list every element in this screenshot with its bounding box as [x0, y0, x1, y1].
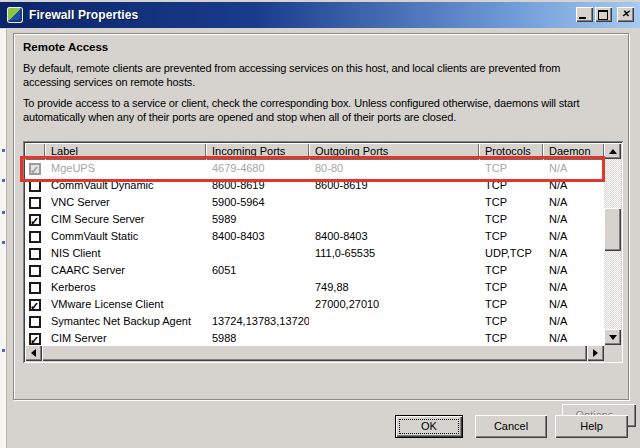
services-table: Label Incoming Ports Outgoing Ports Prot… — [23, 141, 623, 363]
cell-incoming: 8400-8403 — [206, 228, 309, 245]
cell-outgoing — [309, 194, 479, 211]
column-header-protocols[interactable]: Protocols — [479, 143, 543, 160]
arrow-up-icon — [609, 149, 617, 154]
scroll-left-button[interactable] — [25, 345, 42, 361]
cell-protocols: TCP — [479, 279, 543, 296]
cell-daemon: N/A — [543, 194, 604, 211]
column-header-daemon[interactable]: Daemon — [543, 143, 604, 160]
cell-outgoing: 80-80 — [309, 160, 479, 177]
cell-outgoing: 111,0-65535 — [309, 245, 479, 262]
maximize-icon — [598, 10, 608, 20]
service-checkbox[interactable] — [29, 316, 41, 328]
cell-incoming: 5988 — [206, 330, 309, 345]
service-checkbox[interactable] — [29, 299, 41, 311]
table-body: MgeUPS 4679-4680 80-80 TCP N/A CommVault… — [25, 160, 604, 345]
table-row[interactable]: Symantec Net Backup Agent 13724,13783,13… — [25, 313, 604, 330]
cell-outgoing — [309, 313, 479, 330]
cell-daemon: N/A — [543, 228, 604, 245]
cell-daemon: N/A — [543, 262, 604, 279]
firewall-properties-dialog: Firewall Properties ✕ Remote Access By d… — [0, 0, 640, 448]
background-window-sliver — [0, 29, 7, 448]
arrow-right-icon — [593, 349, 598, 357]
column-header-label[interactable]: Label — [45, 143, 206, 160]
cell-label: Symantec Net Backup Agent — [45, 313, 206, 330]
cell-daemon: N/A — [543, 177, 604, 194]
cell-protocols: TCP — [479, 211, 543, 228]
table-row[interactable]: CAARC Server 6051 TCP N/A — [25, 262, 604, 279]
minimize-button[interactable] — [576, 7, 593, 22]
service-checkbox[interactable] — [29, 231, 41, 243]
cell-outgoing — [309, 211, 479, 228]
vertical-scrollbar[interactable] — [604, 143, 621, 345]
scrollbar-corner — [604, 345, 621, 361]
close-icon: ✕ — [617, 7, 634, 21]
service-checkbox[interactable] — [29, 248, 41, 260]
cell-protocols: TCP — [479, 296, 543, 313]
window-title: Firewall Properties — [29, 8, 138, 22]
table-row[interactable]: NIS Client 111,0-65535 UDP,TCP N/A — [25, 245, 604, 262]
table-row-mgeups[interactable]: MgeUPS 4679-4680 80-80 TCP N/A — [25, 160, 604, 177]
cell-outgoing: 8600-8619 — [309, 177, 479, 194]
cell-daemon: N/A — [543, 279, 604, 296]
cancel-button[interactable]: Cancel — [475, 415, 547, 438]
help-button[interactable]: Help — [555, 415, 628, 438]
cell-label: VNC Server — [45, 194, 206, 211]
service-checkbox[interactable] — [29, 333, 41, 345]
cell-incoming — [206, 279, 309, 296]
service-checkbox[interactable] — [29, 282, 41, 294]
cell-protocols: TCP — [479, 160, 543, 177]
maximize-button[interactable] — [595, 7, 612, 22]
cell-protocols: TCP — [479, 330, 543, 345]
service-checkbox[interactable] — [29, 180, 41, 192]
table-header: Label Incoming Ports Outgoing Ports Prot… — [25, 143, 604, 160]
cell-incoming: 6051 — [206, 262, 309, 279]
cell-incoming — [206, 245, 309, 262]
cell-label: CAARC Server — [45, 262, 206, 279]
cell-protocols: TCP — [479, 177, 543, 194]
cell-label: MgeUPS — [45, 160, 206, 177]
cell-protocols: TCP — [479, 194, 543, 211]
description-paragraph-2: To provide access to a service or client… — [23, 96, 601, 124]
cell-label: CommVault Dynamic — [45, 177, 206, 194]
cell-protocols: TCP — [479, 313, 543, 330]
cell-protocols: UDP,TCP — [479, 245, 543, 262]
scroll-right-button[interactable] — [587, 345, 604, 361]
cell-incoming: 4679-4680 — [206, 160, 309, 177]
close-button[interactable]: ✕ — [617, 7, 634, 22]
cell-incoming: 8600-8619 — [206, 177, 309, 194]
cell-incoming: 13724,13783,13720 — [206, 313, 309, 330]
service-checkbox[interactable] — [29, 265, 41, 277]
table-row[interactable]: VMware License Client 27000,27010 TCP N/… — [25, 296, 604, 313]
column-header-outgoing-ports[interactable]: Outgoing Ports — [309, 143, 479, 160]
remote-access-groupbox: Remote Access By default, remote clients… — [13, 33, 629, 400]
cell-outgoing: 27000,27010 — [309, 296, 479, 313]
cell-outgoing: 749,88 — [309, 279, 479, 296]
service-checkbox[interactable] — [29, 197, 41, 209]
horizontal-scrollbar-thumb[interactable] — [42, 345, 587, 361]
cell-daemon: N/A — [543, 330, 604, 345]
column-header-incoming-ports[interactable]: Incoming Ports — [206, 143, 309, 160]
table-row[interactable]: CommVault Static 8400-8403 8400-8403 TCP… — [25, 228, 604, 245]
description-paragraph-1: By default, remote clients are prevented… — [23, 61, 601, 89]
cell-daemon: N/A — [543, 160, 604, 177]
cell-outgoing — [309, 330, 479, 345]
ok-button[interactable]: OK — [395, 415, 463, 438]
scroll-down-button[interactable] — [604, 329, 621, 345]
scroll-up-button[interactable] — [604, 143, 621, 159]
cell-label: VMware License Client — [45, 296, 206, 313]
cell-daemon: N/A — [543, 296, 604, 313]
table-row[interactable]: CommVault Dynamic 8600-8619 8600-8619 TC… — [25, 177, 604, 194]
service-checkbox[interactable] — [29, 214, 41, 226]
table-row[interactable]: CIM Server 5988 TCP N/A — [25, 330, 604, 345]
cell-label: CommVault Static — [45, 228, 206, 245]
table-row[interactable]: CIM Secure Server 5989 TCP N/A — [25, 211, 604, 228]
service-checkbox[interactable] — [29, 163, 41, 175]
column-header-checkbox[interactable] — [25, 143, 45, 160]
table-row[interactable]: VNC Server 5900-5964 TCP N/A — [25, 194, 604, 211]
table-row[interactable]: Kerberos 749,88 TCP N/A — [25, 279, 604, 296]
cell-label: CIM Server — [45, 330, 206, 345]
cell-label: Kerberos — [45, 279, 206, 296]
arrow-left-icon — [31, 349, 36, 357]
vertical-scrollbar-thumb[interactable] — [604, 208, 621, 251]
horizontal-scrollbar[interactable] — [25, 345, 604, 361]
